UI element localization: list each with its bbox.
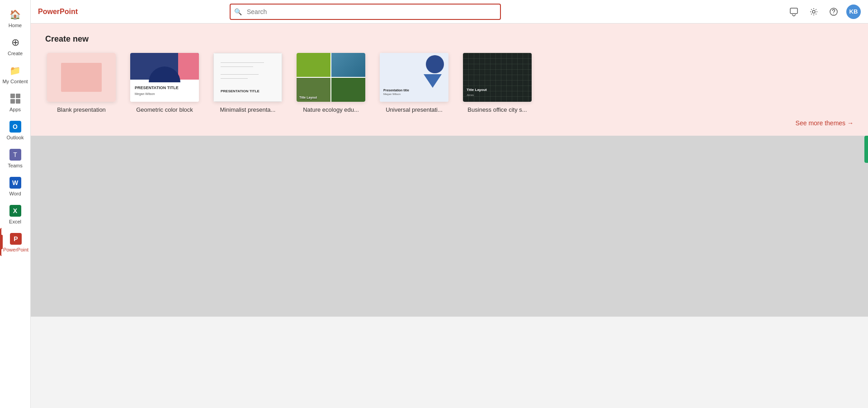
search-input[interactable] — [230, 4, 501, 20]
active-indicator — [1, 235, 3, 249]
sidebar-item-home-label: Home — [9, 23, 22, 28]
apps-icon — [9, 92, 22, 105]
teams-icon: T — [9, 148, 22, 161]
word-icon: W — [9, 176, 22, 189]
feedback-button[interactable] — [787, 5, 801, 19]
create-new-title: Create new — [45, 34, 854, 44]
sidebar-item-teams-label: Teams — [8, 163, 22, 168]
sidebar-item-teams[interactable]: T Teams — [0, 144, 30, 172]
help-icon — [829, 7, 838, 16]
see-more-link[interactable]: See more themes → — [796, 119, 854, 127]
template-geometric[interactable]: PRESENTATION TITLE Megan Wilson Geometri… — [128, 53, 201, 114]
sidebar-item-excel[interactable]: X Excel — [0, 200, 30, 228]
sidebar-item-apps-label: Apps — [9, 107, 21, 112]
sidebar-item-powerpoint[interactable]: P PowerPoint — [0, 228, 30, 256]
template-minimalist-thumb: PRESENTATION TITLE — [213, 53, 282, 102]
outlook-icon: O — [9, 120, 22, 133]
main-area: PowerPoint 🔍 — [31, 0, 868, 408]
template-universal[interactable]: Presentation title Megan Wilson Universa… — [378, 53, 450, 114]
template-universal-name: Universal presentati... — [386, 106, 443, 114]
sidebar-item-outlook-label: Outlook — [7, 135, 24, 140]
template-universal-thumb: Presentation title Megan Wilson — [380, 53, 448, 102]
template-business-thumb: Title Layout Jones — [463, 53, 532, 102]
sidebar-item-outlook[interactable]: O Outlook — [0, 116, 30, 144]
sidebar-item-powerpoint-label: PowerPoint — [3, 247, 28, 252]
create-new-section: Create new Blank presentation — [31, 24, 868, 136]
avatar[interactable]: KB — [846, 5, 861, 19]
templates-row: Blank presentation PRESENTATION TITLE Me… — [45, 53, 854, 114]
template-blank-name: Blank presentation — [57, 106, 106, 114]
sidebar-item-apps[interactable]: Apps — [0, 88, 30, 116]
sidebar-item-create[interactable]: ⊕ Create — [0, 32, 30, 60]
help-button[interactable] — [826, 5, 841, 19]
search-icon: 🔍 — [234, 8, 242, 15]
template-minimalist-name: Minimalist presenta... — [220, 106, 276, 114]
template-geometric-thumb: PRESENTATION TITLE Megan Wilson — [130, 53, 199, 102]
template-minimalist[interactable]: PRESENTATION TITLE Minimalist presenta..… — [212, 53, 284, 114]
sidebar-item-home[interactable]: 🏠 Home — [0, 4, 30, 32]
template-business-name: Business office city s... — [467, 106, 527, 114]
folder-icon: 📁 — [9, 64, 22, 77]
template-nature-thumb: Title Layout — [297, 53, 365, 102]
sidebar-item-create-label: Create — [8, 51, 23, 56]
template-blank-thumb — [47, 53, 116, 102]
svg-point-3 — [833, 14, 834, 14]
svg-point-1 — [812, 10, 815, 13]
sidebar-item-excel-label: Excel — [9, 219, 21, 224]
feedback-icon — [789, 7, 798, 16]
settings-icon — [809, 7, 818, 16]
app-title: PowerPoint — [38, 8, 83, 16]
excel-icon: X — [9, 204, 22, 217]
settings-button[interactable] — [807, 5, 821, 19]
sidebar-item-word[interactable]: W Word — [0, 172, 30, 200]
sidebar-item-my-content[interactable]: 📁 My Content — [0, 60, 30, 88]
template-geometric-name: Geometric color block — [136, 106, 193, 114]
right-accent-bar — [864, 136, 868, 163]
home-icon: 🏠 — [9, 8, 22, 21]
template-business[interactable]: Title Layout Jones Business office city … — [461, 53, 533, 114]
powerpoint-icon: P — [9, 232, 22, 245]
sidebar-item-my-content-label: My Content — [2, 79, 28, 84]
sidebar-item-word-label: Word — [9, 191, 21, 196]
topbar-actions: KB — [787, 5, 861, 19]
svg-rect-0 — [790, 8, 797, 14]
create-icon: ⊕ — [9, 36, 22, 49]
topbar: PowerPoint 🔍 — [31, 0, 868, 24]
gray-content-area — [31, 136, 868, 317]
see-more-row: See more themes → — [45, 119, 854, 127]
sidebar: 🏠 Home ⊕ Create 📁 My Content Apps O Outl… — [0, 0, 31, 408]
search-container: 🔍 — [230, 4, 501, 20]
template-nature[interactable]: Title Layout Nature ecology edu... — [295, 53, 367, 114]
content-area: Create new Blank presentation — [31, 24, 868, 408]
template-nature-name: Nature ecology edu... — [303, 106, 359, 114]
template-blank[interactable]: Blank presentation — [45, 53, 118, 114]
